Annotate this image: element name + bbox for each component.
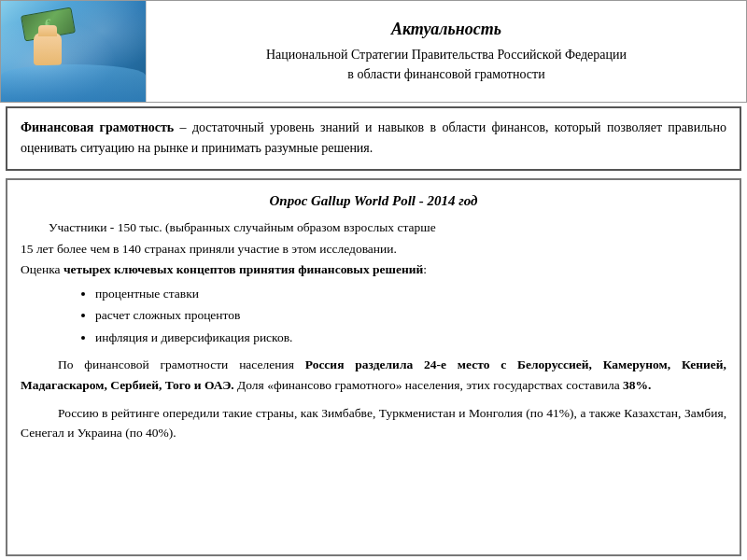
russia-text2: Доля «финансово грамотного» населения, э…: [234, 378, 623, 392]
header-image: [1, 1, 146, 102]
header-title-sub: Национальной Стратегии Правительства Рос…: [266, 45, 627, 84]
trailing-paragraph: Россию в рейтинге опередили такие страны…: [21, 403, 726, 443]
hand-money-illustration: [10, 6, 85, 71]
poll-participants-line2: 15 лет более чем в 140 странах приняли у…: [21, 239, 726, 259]
definition-term: Финансовая грамотность: [21, 120, 174, 134]
assessment-suffix: :: [423, 262, 427, 276]
russia-percent: 38%.: [623, 378, 651, 392]
list-item: инфляция и диверсификация рисков.: [95, 328, 726, 348]
poll-participants-line1: Участники - 150 тыс. (выбранных случайны…: [49, 217, 726, 238]
poll-assessment: Оценка четырех ключевых концептов принят…: [21, 259, 726, 280]
header-title-main: Актуальность: [391, 20, 501, 39]
assessment-bold: четырех ключевых концептов принятия фина…: [63, 262, 423, 276]
bullet-list: процентные ставки расчет сложных процент…: [95, 284, 726, 348]
list-item: расчет сложных процентов: [95, 305, 726, 326]
page-wrapper: Актуальность Национальной Стратегии Прав…: [0, 0, 747, 560]
assessment-prefix: Оценка: [21, 262, 63, 276]
poll-title: Опрос Gallup World Poll - 2014 год: [21, 189, 726, 212]
main-content-section: Опрос Gallup World Poll - 2014 год Участ…: [6, 178, 741, 556]
russia-paragraph: По финансовой грамотности населения Росс…: [21, 355, 726, 395]
list-item: процентные ставки: [95, 284, 726, 304]
water-ripple: [1, 64, 146, 102]
header-section: Актуальность Национальной Стратегии Прав…: [0, 0, 747, 103]
definition-section: Финансовая грамотность – достаточный уро…: [6, 106, 741, 171]
russia-text-prefix: По финансовой грамотности населения: [58, 357, 305, 371]
hand-shape: [34, 33, 62, 65]
header-title-block: Актуальность Национальной Стратегии Прав…: [146, 1, 746, 102]
